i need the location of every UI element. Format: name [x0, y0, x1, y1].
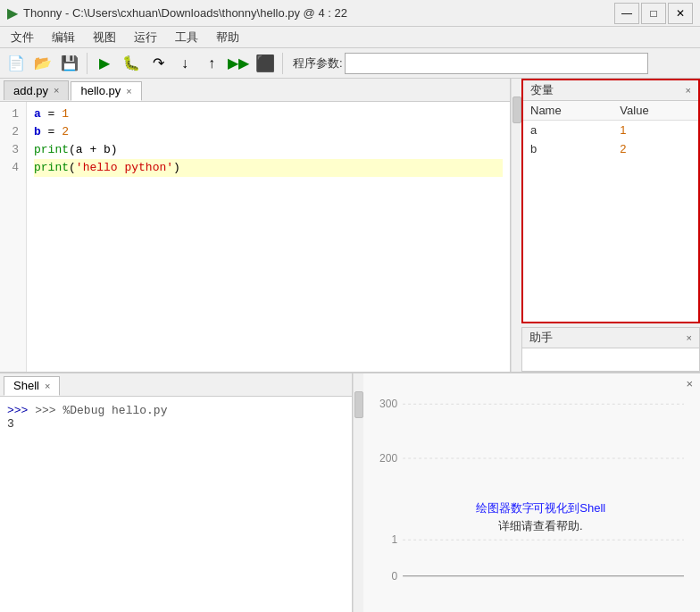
vars-table-header-row: Name Value [523, 101, 698, 121]
vars-table-row: b2 [523, 139, 698, 158]
variables-panel-header: 变量 × [523, 80, 698, 101]
program-params-wrapper [345, 53, 648, 74]
step-into-button[interactable]: ↓ [172, 51, 197, 76]
variables-panel-title: 变量 [530, 82, 554, 98]
menu-edit[interactable]: 编辑 [45, 28, 82, 47]
svg-text:详细请查看帮助.: 详细请查看帮助. [498, 519, 582, 532]
svg-text:1: 1 [391, 533, 397, 546]
code-area: 1 2 3 4 a = 1 b = 2 print(a + b) print('… [0, 102, 510, 372]
tab-hello-py[interactable]: hello.py × [71, 81, 141, 101]
tab-hello-py-close[interactable]: × [126, 86, 131, 96]
code-line-4: print('hello python') [34, 159, 503, 177]
shell-area: Shell × >>> >>> %Debug hello.py 3 [0, 373, 353, 612]
vars-cell-value: 2 [612, 139, 698, 158]
helper-panel: 助手 × [521, 327, 700, 372]
tab-shell-close[interactable]: × [45, 381, 50, 391]
editor-area: add.py × hello.py × 1 2 3 4 [0, 79, 511, 372]
svg-text:绘图器数字可视化到Shell: 绘图器数字可视化到Shell [476, 501, 605, 515]
variables-panel-close[interactable]: × [686, 85, 691, 96]
helper-panel-title: 助手 [529, 330, 553, 346]
plotter-content: 300 200 1 0 -100 绘图器数字可视化到Shell 详细请查看帮助. [363, 373, 700, 612]
open-button[interactable]: 📂 [30, 51, 55, 76]
right-panels: 变量 × Name Value a1b2 助手 [521, 79, 700, 372]
editor-scrollbar[interactable] [511, 79, 521, 372]
plotter-chart: 300 200 1 0 -100 绘图器数字可视化到Shell 详细请查看帮助. [371, 381, 693, 612]
minimize-button[interactable]: — [614, 3, 639, 24]
maximize-button[interactable]: □ [641, 3, 666, 24]
line-num-3: 3 [4, 141, 19, 159]
vars-cell-value: 1 [612, 121, 698, 140]
tab-shell-label: Shell [13, 379, 39, 392]
tab-add-py-label: add.py [13, 84, 48, 97]
close-button[interactable]: ✕ [668, 3, 693, 24]
variables-table: Name Value a1b2 [523, 101, 698, 158]
toolbar-sep2 [282, 53, 283, 74]
shell-content[interactable]: >>> >>> %Debug hello.py 3 [0, 397, 352, 612]
program-params-label: 程序参数: [293, 55, 343, 71]
window-title: Thonny - C:\Users\cxhuan\Downloads\thonn… [23, 6, 347, 20]
shell-scrollbar[interactable] [353, 373, 363, 612]
editor-scrollbar-thumb[interactable] [512, 96, 521, 123]
shell-cmd-1: >>> %Debug hello.py [35, 404, 167, 417]
menu-file[interactable]: 文件 [4, 28, 41, 47]
code-lines[interactable]: a = 1 b = 2 print(a + b) print('hello py… [27, 102, 510, 372]
vars-col-name: Name [523, 101, 612, 121]
tab-shell[interactable]: Shell × [4, 376, 60, 396]
code-line-2: b = 2 [34, 123, 503, 141]
editor-content[interactable]: 1 2 3 4 a = 1 b = 2 print(a + b) print('… [0, 102, 510, 372]
vars-table-row: a1 [523, 121, 698, 140]
line-num-2: 2 [4, 123, 19, 141]
vars-col-value: Value [612, 101, 698, 121]
window-controls: — □ ✕ [614, 3, 693, 24]
code-line-1: a = 1 [34, 105, 503, 123]
main-area: add.py × hello.py × 1 2 3 4 [0, 79, 700, 612]
shell-line-1: >>> >>> %Debug hello.py [7, 404, 345, 417]
top-section: add.py × hello.py × 1 2 3 4 [0, 79, 700, 373]
menu-bar: 文件 编辑 视图 运行 工具 帮助 [0, 27, 700, 48]
plotter-area: × 300 200 1 0 -100 绘图器数字可视化到Shel [363, 373, 700, 612]
tab-add-py-close[interactable]: × [54, 85, 59, 96]
new-button[interactable]: 📄 [4, 51, 29, 76]
tab-add-py[interactable]: add.py × [4, 80, 69, 100]
menu-view[interactable]: 视图 [86, 28, 123, 47]
helper-panel-header: 助手 × [522, 328, 699, 348]
line-numbers: 1 2 3 4 [0, 102, 27, 372]
menu-help[interactable]: 帮助 [209, 28, 246, 47]
shell-tabs-bar: Shell × [0, 373, 352, 397]
code-line-3: print(a + b) [34, 141, 503, 159]
title-bar: ▶ Thonny - C:\Users\cxhuan\Downloads\tho… [0, 0, 700, 27]
menu-tools[interactable]: 工具 [168, 28, 205, 47]
tab-hello-py-label: hello.py [80, 84, 121, 97]
variables-panel: 变量 × Name Value a1b2 [521, 79, 700, 323]
vars-cell-name: b [523, 139, 612, 158]
resume-button[interactable]: ▶▶ [226, 51, 251, 76]
helper-panel-close[interactable]: × [687, 332, 692, 343]
debug-button[interactable]: 🐛 [119, 51, 144, 76]
run-button[interactable]: ▶ [92, 51, 117, 76]
vars-cell-name: a [523, 121, 612, 140]
svg-text:0: 0 [391, 570, 397, 583]
toolbar-sep1 [87, 53, 88, 74]
editor-tabs-bar: add.py × hello.py × [0, 79, 510, 102]
variables-table-body: a1b2 [523, 121, 698, 159]
shell-prompt-1: >>> [7, 404, 35, 417]
shell-scrollbar-thumb[interactable] [354, 391, 363, 418]
line-num-4: 4 [4, 159, 19, 177]
svg-text:300: 300 [379, 398, 397, 410]
app-icon: ▶ [7, 4, 18, 21]
shell-output-1: 3 [7, 417, 345, 431]
step-over-button[interactable]: ↷ [146, 51, 171, 76]
bottom-section: Shell × >>> >>> %Debug hello.py 3 × [0, 373, 700, 612]
menu-run[interactable]: 运行 [127, 28, 164, 47]
stop-button[interactable]: ⬛ [253, 51, 278, 76]
save-button[interactable]: 💾 [57, 51, 82, 76]
toolbar: 📄 📂 💾 ▶ 🐛 ↷ ↓ ↑ ▶▶ ⬛ 程序参数: [0, 48, 700, 79]
line-num-1: 1 [4, 105, 19, 123]
step-out-button[interactable]: ↑ [199, 51, 224, 76]
program-params-input[interactable] [345, 53, 648, 74]
svg-text:200: 200 [379, 452, 397, 465]
